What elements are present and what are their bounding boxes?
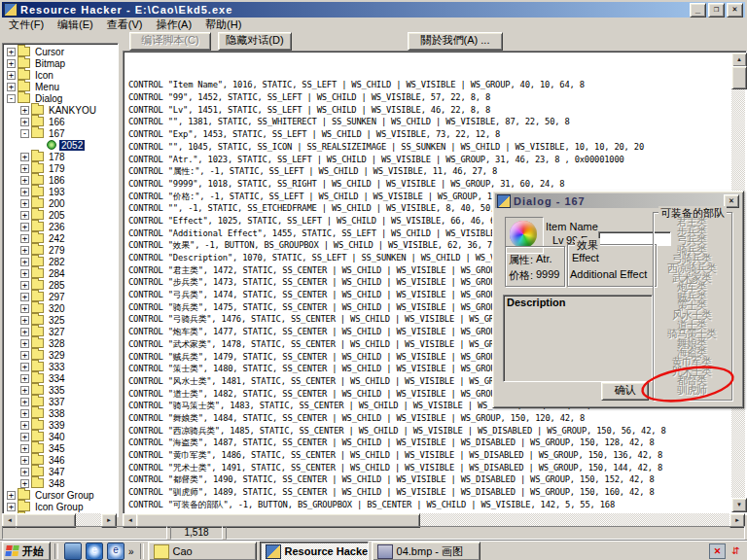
tree-item-label[interactable]: 166 [47,117,67,127]
tree-item-label[interactable]: 335 [47,385,67,396]
tree-expand-toggle[interactable]: + [20,316,29,325]
tree-item-label[interactable]: 284 [47,268,67,279]
tree-expand-toggle[interactable]: + [20,374,29,383]
tree-expand-toggle[interactable]: + [20,269,29,278]
tree-item-label[interactable]: 338 [47,408,67,419]
tree-item[interactable]: + 329 [3,349,118,361]
tree-expand-toggle[interactable]: + [20,188,29,196]
tree-expand-toggle[interactable]: + [20,456,29,465]
taskbar-task-button[interactable]: Resource Hacker [260,542,369,560]
tree-item[interactable]: + 338 [3,407,118,419]
tree-expand-toggle[interactable]: + [7,503,16,511]
tree-expand-toggle[interactable]: + [20,106,29,115]
tree-item-label[interactable]: 279 [47,245,67,256]
tree-item-label[interactable]: 348 [47,478,67,489]
tree-expand-toggle[interactable]: + [20,246,29,255]
tree-item[interactable]: + 325 [3,314,118,326]
tree-item[interactable]: + 242 [3,232,118,244]
tree-item-label[interactable]: 200 [47,198,67,209]
tree-item[interactable]: + 236 [3,221,118,232]
tree-item-label[interactable]: Bitmap [33,58,67,69]
horizontal-scrollbar[interactable]: ◄ ► [123,513,745,526]
tree-item-label[interactable]: Menu [33,82,61,92]
tree-item[interactable]: + 186 [3,174,118,186]
tree-item[interactable]: + 327 [3,326,118,337]
tree-item-label[interactable]: 327 [47,327,67,337]
menu-item[interactable]: 帮助(H) [198,18,248,31]
tree-item-label[interactable]: 2052 [59,140,85,151]
tree-item[interactable]: + 284 [3,267,118,279]
tree-item[interactable]: + 347 [3,466,118,477]
tree-item-label[interactable]: Dialog [33,93,64,104]
tree-expand-toggle[interactable]: + [20,363,29,371]
tree-expand-toggle[interactable]: + [20,118,29,126]
tree-item-label[interactable]: 186 [47,175,67,186]
tree-item-label[interactable]: 347 [47,467,67,477]
tree-item[interactable]: + 279 [3,244,118,256]
tree-expand-toggle[interactable]: + [20,339,29,348]
tree-expand-toggle[interactable]: + [20,479,29,488]
tree-item[interactable]: + 297 [3,291,118,302]
taskbar-task-button[interactable]: Cao [148,542,257,560]
tree-expand-toggle[interactable]: + [7,59,16,68]
tree-item[interactable]: + 320 [3,302,118,314]
tree-item[interactable]: + 333 [3,361,118,372]
tree-expand-toggle[interactable]: + [20,351,29,360]
tree-item-label[interactable]: 339 [47,420,67,431]
tree-item[interactable]: + 337 [3,396,118,407]
tree-expand-toggle[interactable]: + [20,409,29,418]
resource-tree[interactable]: + Cursor + Bitmap + Icon + Menu - Dialog [2,43,119,517]
tree-item-label[interactable]: 236 [47,222,67,232]
tree-item[interactable]: + 193 [3,186,118,197]
safely-remove-hardware-icon[interactable]: ✕ [709,543,726,559]
tree-item[interactable]: + 205 [3,209,118,221]
tree-expand-toggle[interactable]: + [7,71,16,80]
tree-expand-toggle[interactable]: + [20,444,29,453]
tree-item[interactable]: + 166 [3,116,118,127]
tree-expand-toggle[interactable]: - [7,94,16,103]
tree-item[interactable]: + 179 [3,162,118,174]
quick-launch-expand-icon[interactable]: » [128,546,134,557]
tree-item[interactable]: - 167 [3,127,118,139]
tree-item-label[interactable]: 334 [47,373,67,384]
tree-item-label[interactable]: 340 [47,432,67,442]
menu-item[interactable]: 操作(A) [149,18,198,31]
tree-item-label[interactable]: 179 [47,163,67,174]
tree-expand-toggle[interactable]: + [20,304,29,313]
tree-item[interactable]: 2052 [3,139,118,151]
tree-item-label[interactable]: 193 [47,187,67,197]
tree-item[interactable]: + KANKYOU [3,104,118,116]
tree-item-label[interactable]: KANKYOU [47,105,98,116]
tree-item[interactable]: + 339 [3,419,118,431]
tree-item-label[interactable]: 346 [47,455,67,466]
tree-expand-toggle[interactable]: + [7,83,16,91]
scroll-thumb[interactable] [731,66,747,89]
scroll-up-icon[interactable]: ▲ [731,52,747,67]
tree-expand-toggle[interactable]: + [20,293,29,301]
tree-item-label[interactable]: 333 [47,362,67,372]
tree-item-label[interactable]: 297 [47,292,67,302]
tree-item-label[interactable]: 282 [47,257,67,267]
tree-item[interactable]: + 285 [3,279,118,291]
menu-item[interactable]: 编辑(E) [51,18,100,31]
tree-expand-toggle[interactable]: + [20,433,29,441]
network-activity-icon[interactable]: ⇵ [729,544,743,558]
restore-button[interactable]: ❐ [708,3,725,18]
close-button[interactable]: ✕ [727,3,743,18]
menu-item[interactable]: 查看(V) [100,18,150,31]
tree-item[interactable]: + 346 [3,454,118,466]
tree-expand-toggle[interactable]: + [20,386,29,395]
tree-item-label[interactable]: Icon [33,70,55,81]
tree-expand-toggle[interactable]: + [20,398,29,406]
tree-item-label[interactable]: 337 [47,397,67,407]
tree-expand-toggle[interactable]: + [20,258,29,266]
tree-expand-toggle[interactable]: - [20,129,29,138]
tree-item[interactable]: + 345 [3,442,118,454]
tree-expand-toggle[interactable]: + [20,211,29,220]
tree-item-label[interactable]: 320 [47,303,67,314]
tree-expand-toggle[interactable]: + [20,223,29,231]
tree-item-label[interactable]: 242 [47,233,67,244]
tree-expand-toggle[interactable]: + [20,234,29,243]
minimize-button[interactable]: _ [690,3,706,18]
tree-expand-toggle[interactable]: + [7,491,16,500]
